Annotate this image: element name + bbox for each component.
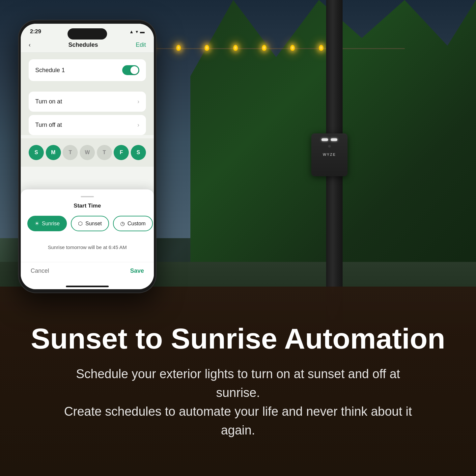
bulb-6 (205, 45, 209, 51)
sunrise-icon: ☀ (35, 220, 39, 227)
days-row: S M T W T F S (21, 138, 154, 167)
subtitle-text: Schedule your exterior lights to turn on… (57, 365, 419, 440)
day-wednesday[interactable]: W (80, 145, 95, 160)
day-tuesday[interactable]: T (63, 145, 78, 160)
sunset-icon: ⬡ (78, 220, 83, 227)
sheet-title: Start Time (21, 203, 154, 209)
schedule-row: Schedule 1 (29, 59, 146, 81)
sunrise-info-text: Sunrise tomorrow will be at 6:45 AM (27, 239, 147, 255)
bottom-sheet: Start Time ☀ Sunrise ⬡ Sunset ◷ Custom (21, 189, 154, 289)
bulb-10 (319, 45, 323, 51)
schedule-section: Schedule 1 (21, 53, 154, 92)
turn-off-label: Turn off at (35, 122, 62, 128)
sheet-actions: Cancel Save (21, 262, 154, 282)
toggle-knob (130, 66, 138, 74)
smart-plug-device: WYZE (311, 133, 348, 176)
plug-dot (328, 145, 331, 148)
sunset-label: Sunset (85, 221, 102, 227)
schedule-label: Schedule 1 (35, 67, 65, 74)
schedule-toggle[interactable] (122, 65, 139, 75)
save-button[interactable]: Save (130, 267, 144, 274)
wifi-icon: ▾ (136, 29, 138, 34)
day-sunday[interactable]: S (29, 145, 44, 160)
turn-off-chevron: › (137, 122, 139, 128)
main-title: Sunset to Sunrise Automation (31, 323, 445, 355)
signal-icon: ▲ (129, 29, 134, 34)
menu-rows: Turn on at › Turn off at › (21, 92, 154, 135)
turn-on-chevron: › (137, 98, 139, 105)
status-icons: ▲ ▾ ▬ (129, 29, 145, 34)
day-friday[interactable]: F (114, 145, 129, 160)
home-indicator (66, 286, 109, 287)
sunset-option[interactable]: ⬡ Sunset (71, 216, 109, 231)
bulb-8 (262, 45, 266, 51)
phone-notch (68, 28, 107, 40)
plug-brand-label: WYZE (311, 153, 348, 156)
cancel-button[interactable]: Cancel (31, 267, 49, 274)
bulb-9 (290, 45, 295, 51)
turn-off-row[interactable]: Turn off at › (29, 115, 146, 135)
clock-icon: ◷ (120, 220, 125, 227)
sheet-handle (81, 196, 94, 197)
time-options: ☀ Sunrise ⬡ Sunset ◷ Custom (21, 216, 154, 231)
day-thursday[interactable]: T (97, 145, 112, 160)
plug-light-1 (322, 138, 328, 141)
plug-indicator-lights (311, 133, 348, 141)
navigation-bar: ‹ Schedules Edit (21, 38, 154, 53)
day-monday[interactable]: M (46, 145, 61, 160)
phone-body: 2:29 ▲ ▾ ▬ ‹ Schedules Edit Schedule 1 (18, 20, 156, 293)
status-time: 2:29 (30, 28, 41, 35)
bottom-banner: Sunset to Sunrise Automation Schedule yo… (0, 287, 476, 476)
sunrise-option[interactable]: ☀ Sunrise (27, 216, 67, 231)
turn-on-row[interactable]: Turn on at › (29, 92, 146, 112)
bulb-5 (176, 45, 181, 51)
day-saturday[interactable]: S (131, 145, 146, 160)
turn-on-label: Turn on at (35, 98, 62, 105)
phone-screen: 2:29 ▲ ▾ ▬ ‹ Schedules Edit Schedule 1 (21, 24, 154, 289)
nav-title: Schedules (68, 42, 98, 48)
sunrise-label: Sunrise (42, 221, 60, 227)
bulb-7 (233, 45, 238, 51)
phone-mockup: 2:29 ▲ ▾ ▬ ‹ Schedules Edit Schedule 1 (18, 20, 156, 293)
edit-button[interactable]: Edit (136, 42, 146, 48)
custom-option[interactable]: ◷ Custom (113, 216, 153, 231)
battery-icon: ▬ (140, 29, 145, 34)
plug-light-2 (331, 138, 337, 141)
back-button[interactable]: ‹ (29, 42, 31, 48)
custom-label: Custom (127, 221, 146, 227)
